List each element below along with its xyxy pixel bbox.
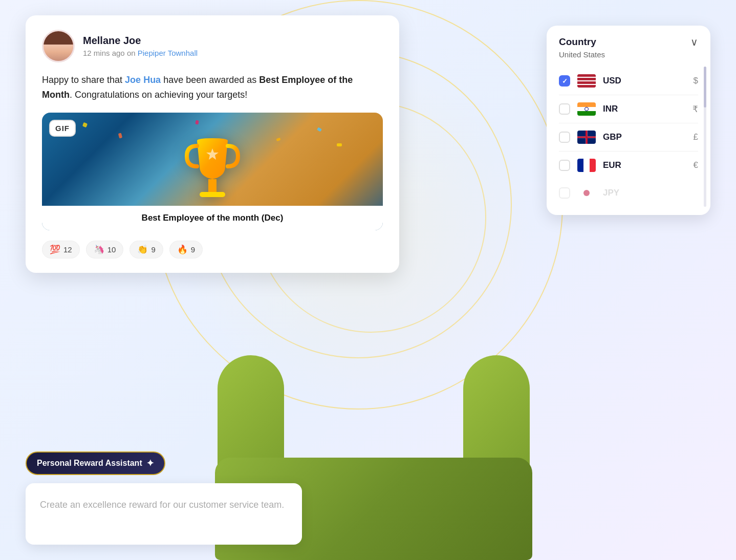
currency-code-jpy: JPY <box>603 188 698 198</box>
currency-item-gbp[interactable]: GBP £ <box>547 123 710 151</box>
checkbox-eur[interactable] <box>559 160 570 171</box>
reaction-emoji-0: 💯 <box>50 244 60 255</box>
post-header: Mellane Joe 12 mins ago on Piepiper Town… <box>42 30 383 62</box>
reaction-emoji-2: 👏 <box>137 244 148 255</box>
assistant-badge: Personal Reward Assistant ✦ <box>26 451 165 475</box>
assistant-input-box[interactable]: Create an excellence reward for our cust… <box>26 483 302 545</box>
poster-name: Mellane Joe <box>83 35 383 47</box>
confetti-4 <box>337 143 342 146</box>
post-body-after: have been awarded as <box>161 75 259 85</box>
currency-item-usd[interactable]: USD $ <box>547 67 710 95</box>
gif-badge: GIF <box>49 120 76 137</box>
checkbox-jpy[interactable] <box>559 187 570 199</box>
checkbox-inr[interactable] <box>559 103 570 115</box>
chevron-down-icon: ∨ <box>690 36 698 48</box>
checkbox-usd[interactable] <box>559 75 570 87</box>
currency-item-inr[interactable]: INR ₹ <box>547 95 710 123</box>
country-card: Country ∨ United States USD $ <box>547 26 710 215</box>
post-body-before: Happy to share that <box>42 75 125 85</box>
reaction-chip-0[interactable]: 💯 12 <box>42 241 80 259</box>
currency-symbol-inr: ₹ <box>692 104 698 115</box>
country-header[interactable]: Country ∨ <box>547 36 710 50</box>
currency-symbol-gbp: £ <box>694 132 698 142</box>
trophy-image-area: GIF Best Employee of the month (Dec) <box>42 113 383 230</box>
post-body: Happy to share that Joe Hua have been aw… <box>42 73 383 102</box>
avatar-hair <box>44 31 73 45</box>
post-meta: Mellane Joe 12 mins ago on Piepiper Town… <box>83 35 383 57</box>
assistant-card: Personal Reward Assistant ✦ Create an ex… <box>26 451 302 545</box>
gif-label: GIF <box>55 124 70 133</box>
trophy-svg <box>182 136 243 207</box>
currency-item-jpy[interactable]: JPY <box>547 179 710 207</box>
reaction-emoji-3: 🔥 <box>177 244 188 255</box>
flag-in <box>577 102 596 116</box>
reaction-count-1: 10 <box>107 245 116 254</box>
svg-rect-1 <box>200 192 225 197</box>
platform-link[interactable]: Piepiper Townhall <box>138 49 198 57</box>
reaction-count-3: 9 <box>191 245 195 254</box>
trophy-caption: Best Employee of the month (Dec) <box>42 206 383 230</box>
assistant-label: Personal Reward Assistant <box>37 459 142 468</box>
checkbox-gbp[interactable] <box>559 132 570 143</box>
reaction-count-0: 12 <box>63 245 72 254</box>
social-card: Mellane Joe 12 mins ago on Piepiper Town… <box>26 15 399 273</box>
reaction-emoji-1: 🦄 <box>94 244 104 255</box>
flag-jp <box>577 186 596 200</box>
country-value: United States <box>547 50 710 67</box>
confetti-2 <box>118 133 122 138</box>
currency-code-usd: USD <box>603 76 686 86</box>
currency-symbol-usd: $ <box>694 76 698 86</box>
avatar <box>42 30 75 62</box>
confetti-5 <box>195 120 199 124</box>
reaction-count-2: 9 <box>151 245 155 254</box>
confetti-6 <box>276 137 280 141</box>
country-label: Country <box>559 36 596 48</box>
currency-code-inr: INR <box>603 104 685 114</box>
sparkle-icon: ✦ <box>146 458 154 469</box>
scroll-thumb[interactable] <box>704 67 706 107</box>
reaction-chip-1[interactable]: 🦄 10 <box>86 241 124 259</box>
main-container: Mellane Joe 12 mins ago on Piepiper Town… <box>0 0 736 560</box>
flag-fr <box>577 159 596 172</box>
currency-symbol-eur: € <box>694 160 698 170</box>
confetti-1 <box>82 122 88 127</box>
scrollbar[interactable] <box>704 67 706 207</box>
confetti-3 <box>317 127 322 132</box>
reaction-chip-3[interactable]: 🔥 9 <box>169 241 203 259</box>
svg-rect-0 <box>208 179 217 192</box>
avatar-face <box>44 31 73 61</box>
time-text: 12 mins ago on <box>83 49 136 57</box>
highlighted-name: Joe Hua <box>125 75 161 85</box>
currency-code-eur: EUR <box>603 160 686 170</box>
flag-us <box>577 74 596 88</box>
reaction-chip-2[interactable]: 👏 9 <box>129 241 163 259</box>
flag-uk <box>577 131 596 144</box>
currency-list: USD $ INR ₹ <box>547 67 710 207</box>
currency-code-gbp: GBP <box>603 132 686 142</box>
post-body-end: . Congratulations on achieving your targ… <box>70 90 247 100</box>
reactions-row: 💯 12 🦄 10 👏 9 🔥 9 <box>42 241 383 259</box>
assistant-input-text: Create an excellence reward for our cust… <box>40 498 288 512</box>
post-time: 12 mins ago on Piepiper Townhall <box>83 49 383 57</box>
currency-item-eur[interactable]: EUR € <box>547 152 710 179</box>
